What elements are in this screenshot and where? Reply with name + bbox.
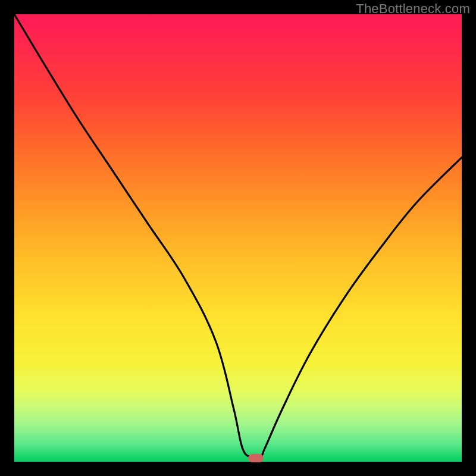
chart-frame: TheBottleneck.com (0, 0, 476, 476)
optimum-marker (248, 454, 264, 462)
chart-plot-area (14, 14, 462, 462)
bottleneck-curve (14, 14, 462, 462)
